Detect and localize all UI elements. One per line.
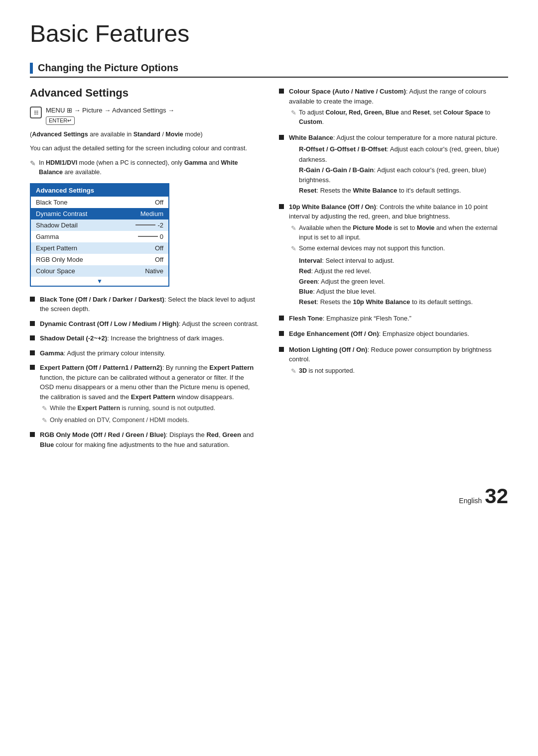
- list-item: Edge Enhancement (Off / On): Emphasize o…: [279, 329, 508, 339]
- adv-box-arrow: ▼: [31, 277, 168, 286]
- footer-lang: English: [459, 497, 482, 505]
- blue-bar-icon: [30, 63, 33, 74]
- adv-row-gamma[interactable]: Gamma 0: [31, 231, 168, 242]
- bullet-icon: [30, 335, 35, 340]
- list-item: Flesh Tone: Emphasize pink “Flesh Tone.”: [279, 314, 508, 324]
- note1: (Advanced Settings are available in Stan…: [30, 130, 259, 139]
- menu-icon: ☷: [30, 107, 42, 118]
- pencil-icon: ✎: [30, 158, 36, 169]
- right-column: Colour Space (Auto / Native / Custom): A…: [279, 87, 508, 454]
- bullet-icon: [30, 365, 35, 370]
- bullet-icon: [30, 321, 35, 326]
- bullet-icon: [30, 432, 35, 437]
- menu-path-text: MENU ⊞ → Picture → Advanced Settings →: [46, 107, 174, 114]
- adv-row-expert-pattern[interactable]: Expert Pattern Off: [31, 242, 168, 254]
- subsection-title: Advanced Settings: [30, 87, 259, 100]
- bullet-icon: [30, 297, 35, 302]
- adv-row-shadow-detail[interactable]: Shadow Detail -2: [31, 219, 168, 231]
- left-column: Advanced Settings ☷ MENU ⊞ → Picture → A…: [30, 87, 259, 454]
- list-item: Dynamic Contrast (Off / Low / Medium / H…: [30, 319, 259, 329]
- list-item: Black Tone (Off / Dark / Darker / Darkes…: [30, 295, 259, 314]
- right-bullet-list: Colour Space (Auto / Native / Custom): A…: [279, 87, 508, 376]
- page-footer: English 32: [30, 484, 508, 508]
- pencil-note1: ✎ In HDMI1/DVI mode (when a PC is connec…: [30, 158, 259, 177]
- list-item: White Balance: Adjust the colour tempera…: [279, 133, 508, 196]
- list-item: Colour Space (Auto / Native / Custom): A…: [279, 87, 508, 127]
- left-bullet-list: Black Tone (Off / Dark / Darker / Darkes…: [30, 295, 259, 450]
- bullet-icon: [279, 89, 284, 94]
- bullet-icon: [279, 316, 284, 321]
- bullet-icon: [30, 350, 35, 355]
- advanced-settings-box: Advanced Settings Black Tone Off Dynamic…: [30, 183, 169, 287]
- two-column-layout: Advanced Settings ☷ MENU ⊞ → Picture → A…: [30, 87, 508, 454]
- adv-box-header: Advanced Settings: [31, 184, 168, 197]
- list-item: RGB Only Mode (Off / Red / Green / Blue)…: [30, 430, 259, 449]
- adv-row-dynamic-contrast[interactable]: Dynamic Contrast Medium: [31, 208, 168, 219]
- adv-row-colour-space[interactable]: Colour Space Native: [31, 265, 168, 277]
- list-item: Gamma: Adjust the primary colour intensi…: [30, 348, 259, 358]
- bullet-icon: [279, 331, 284, 336]
- list-item: 10p White Balance (Off / On): Controls t…: [279, 202, 508, 308]
- bullet-icon: [279, 347, 284, 352]
- page-title: Basic Features: [30, 20, 508, 47]
- list-item: Motion Lighting (Off / On): Reduce power…: [279, 345, 508, 376]
- enter-button[interactable]: ENTER↵: [46, 116, 75, 125]
- adv-row-black-tone[interactable]: Black Tone Off: [31, 197, 168, 208]
- note2: You can adjust the detailed setting for …: [30, 144, 259, 153]
- menu-path: ☷ MENU ⊞ → Picture → Advanced Settings →…: [30, 106, 259, 125]
- bullet-icon: [279, 135, 284, 140]
- list-item: Shadow Detail (-2~+2): Increase the brig…: [30, 333, 259, 343]
- bullet-icon: [279, 204, 284, 209]
- page-number: 32: [485, 484, 508, 508]
- adv-row-rgb-only[interactable]: RGB Only Mode Off: [31, 254, 168, 265]
- section-header: Changing the Picture Options: [30, 62, 508, 78]
- list-item: Expert Pattern (Off / Pattern1 / Pattern…: [30, 363, 259, 425]
- section-title: Changing the Picture Options: [38, 62, 178, 74]
